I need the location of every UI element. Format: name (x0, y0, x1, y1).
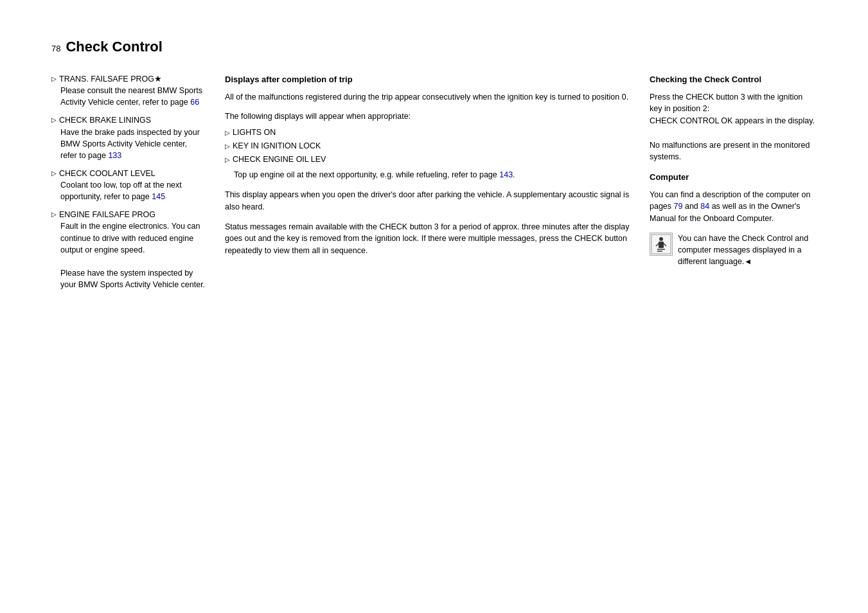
section-heading-displays: Displays after completion of trip (225, 73, 630, 86)
section-para-3: This display appears when you open the d… (225, 189, 630, 213)
triangle-icon: ▷ (51, 116, 57, 125)
check-engine-detail: Top up engine oil at the next opportunit… (234, 169, 630, 181)
section-para-1: All of the malfunctions registered durin… (225, 91, 630, 103)
list-item-body: Fault in the engine electronics. You can… (60, 220, 206, 290)
svg-line-5 (656, 244, 659, 246)
triangle-icon: ▷ (225, 128, 230, 138)
end-mark: ◄ (744, 257, 752, 266)
person-reading-icon (651, 234, 671, 254)
note-icon (650, 233, 673, 256)
sub-list-item: ▷ KEY IN IGNITION LOCK (225, 140, 630, 152)
page-link-79[interactable]: 79 (674, 202, 683, 211)
triangle-icon: ▷ (51, 75, 57, 84)
computer-body: You can find a description of the comput… (650, 189, 817, 225)
list-item-title: CHECK BRAKE LININGS (59, 114, 151, 126)
list-item-body: Coolant too low, top off at the next opp… (60, 179, 206, 202)
right-column: Checking the Check Control Press the CHE… (650, 73, 817, 297)
section-para-2: The following displays will appear when … (225, 111, 630, 181)
note-text: You can have the Check Control and compu… (678, 233, 817, 268)
list-item-body: Have the brake pads inspected by your BM… (60, 127, 206, 161)
list-item-header: ▷ CHECK COOLANT LEVEL (51, 168, 206, 179)
list-item: ▷ CHECK COOLANT LEVEL Coolant too low, t… (51, 168, 206, 202)
page-title: Check Control (66, 39, 162, 55)
checking-body: Press the CHECK button 3 with the igniti… (650, 91, 817, 164)
list-item: ▷ TRANS. FAILSAFE PROG★ Please consult t… (51, 73, 206, 108)
left-column: ▷ TRANS. FAILSAFE PROG★ Please consult t… (51, 73, 206, 297)
page-link-133[interactable]: 133 (108, 151, 121, 160)
list-item-body: Please consult the nearest BMW Sports Ac… (60, 85, 206, 108)
list-item: ▷ CHECK BRAKE LININGS Have the brake pad… (51, 114, 206, 161)
list-item-title: CHECK COOLANT LEVEL (59, 168, 155, 179)
list-item-header: ▷ CHECK BRAKE LININGS (51, 114, 206, 126)
note-box: You can have the Check Control and compu… (650, 233, 817, 268)
computer-heading: Computer (650, 171, 817, 184)
list-item: ▷ ENGINE FAILSAFE PROG Fault in the engi… (51, 209, 206, 290)
sub-list-item: ▷ LIGHTS ON (225, 127, 630, 139)
page-link-145[interactable]: 145 (152, 192, 165, 201)
list-item-header: ▷ TRANS. FAILSAFE PROG★ (51, 73, 206, 85)
triangle-icon: ▷ (225, 155, 230, 164)
svg-line-6 (664, 244, 666, 246)
triangle-icon: ▷ (51, 210, 57, 220)
section-para-4: Status messages remain available with th… (225, 221, 630, 257)
svg-point-1 (659, 237, 663, 241)
list-item-header: ▷ ENGINE FAILSAFE PROG (51, 209, 206, 220)
triangle-icon: ▷ (225, 141, 230, 151)
middle-column: Displays after completion of trip All of… (225, 73, 630, 297)
page-header: 78 Check Control (51, 39, 817, 55)
sub-list-item: ▷ CHECK ENGINE OIL LEV (225, 154, 630, 166)
sub-list: ▷ LIGHTS ON ▷ KEY IN IGNITION LOCK ▷ CHE… (225, 127, 630, 165)
page-container: 78 Check Control ▷ TRANS. FAILSAFE PROG★… (51, 39, 817, 297)
triangle-icon: ▷ (51, 169, 57, 179)
svg-rect-2 (659, 242, 664, 248)
page-link-84[interactable]: 84 (700, 202, 709, 211)
page-number: 78 (51, 44, 60, 53)
list-item-title: TRANS. FAILSAFE PROG★ (59, 73, 162, 85)
list-item-title: ENGINE FAILSAFE PROG (59, 209, 155, 220)
checking-heading: Checking the Check Control (650, 73, 817, 86)
page-link-66[interactable]: 66 (190, 98, 199, 107)
content-grid: ▷ TRANS. FAILSAFE PROG★ Please consult t… (51, 73, 817, 297)
page-link-143[interactable]: 143. (499, 170, 515, 179)
